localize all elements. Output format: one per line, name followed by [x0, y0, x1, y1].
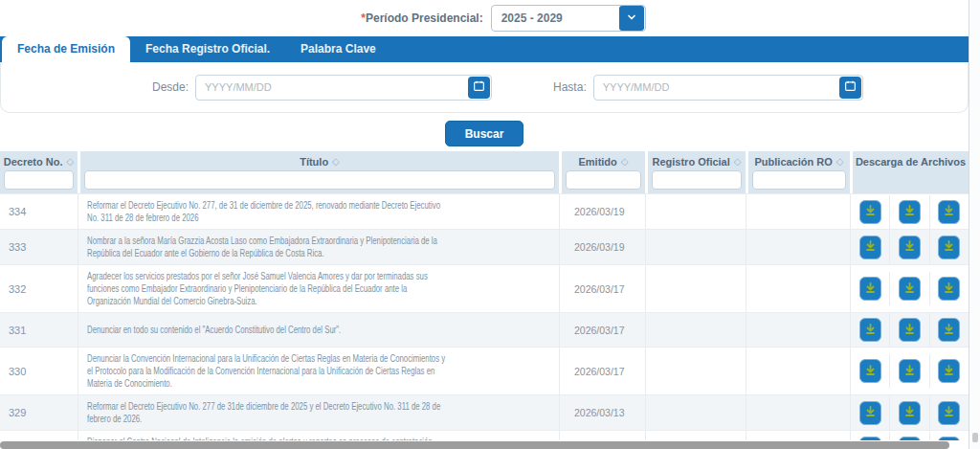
cell-titulo: Nombrar a la señora María Grazzia Acosta…	[78, 230, 559, 264]
download-file-button[interactable]	[859, 401, 881, 425]
column-label: Publicación RO	[755, 156, 833, 168]
results-table-header: Decreto No.◇Título◇Emitido◇Registro Ofic…	[0, 151, 969, 193]
download-icon	[903, 239, 916, 255]
download-slot	[851, 272, 889, 305]
column-header-decreto[interactable]: Decreto No.◇	[0, 151, 78, 193]
sort-diamond-icon[interactable]: ◇	[67, 156, 75, 167]
cell-titulo: Agradecer los servicios prestados por el…	[78, 265, 559, 312]
column-label: Emitido	[578, 156, 616, 168]
sort-diamond-icon[interactable]: ◇	[734, 156, 742, 167]
filter-input-registro[interactable]	[652, 170, 742, 190]
download-file-button[interactable]	[899, 236, 921, 259]
filter-input-titulo[interactable]	[84, 170, 555, 190]
download-file-button[interactable]	[938, 200, 960, 224]
decree-title-text: Denunciar la Convención Internacional pa…	[87, 352, 449, 390]
results-table-body: 334Reformar el Decreto Ejecutivo No. 277…	[0, 193, 969, 440]
cell-publicacion-ro	[746, 348, 850, 394]
download-file-button[interactable]	[938, 401, 960, 425]
tab-fecha-de-emisi-n[interactable]: Fecha de Emisión	[2, 36, 130, 62]
horizontal-scrollbar-thumb[interactable]	[0, 441, 949, 449]
period-select[interactable]: 2025 - 2029	[491, 5, 646, 32]
cell-publicacion-ro	[746, 431, 850, 440]
sort-diamond-icon[interactable]: ◇	[332, 156, 340, 167]
column-header-emitido[interactable]: Emitido◇	[559, 151, 645, 193]
download-file-button[interactable]	[899, 437, 921, 441]
desde-calendar-button[interactable]	[468, 77, 490, 99]
sort-diamond-icon[interactable]: ◇	[621, 156, 629, 167]
download-slot	[929, 313, 969, 347]
download-file-button[interactable]	[899, 318, 921, 342]
download-file-button[interactable]	[938, 318, 960, 342]
download-slot	[889, 354, 928, 388]
filter-input-emitido[interactable]	[566, 170, 641, 190]
table-row: 328Disponer al Centro Nacional de Inteli…	[0, 430, 969, 440]
download-icon	[943, 281, 955, 297]
download-file-button[interactable]	[899, 200, 921, 224]
cell-descarga-archivos	[850, 230, 969, 264]
tab-palabra-clave[interactable]: Palabra Clave	[285, 36, 391, 62]
cell-registro-oficial	[645, 431, 746, 440]
download-slot	[889, 231, 928, 264]
table-row: 329Reformar el Decreto Ejecutivo No. 277…	[0, 394, 969, 430]
download-icon	[943, 364, 955, 379]
download-icon	[864, 239, 877, 255]
download-icon	[864, 281, 877, 297]
period-select-button[interactable]	[619, 6, 644, 31]
download-file-button[interactable]	[859, 200, 881, 224]
cell-descarga-archivos	[850, 395, 969, 430]
download-slot	[889, 396, 928, 430]
download-file-button[interactable]	[859, 236, 881, 259]
download-file-button[interactable]	[859, 437, 881, 441]
sort-diamond-icon[interactable]: ◇	[836, 156, 844, 167]
hasta-calendar-button[interactable]	[839, 77, 861, 99]
hasta-field-wrap	[593, 75, 863, 101]
download-file-button[interactable]	[899, 401, 921, 425]
download-icon	[903, 323, 916, 338]
tab-fecha-registro-oficial[interactable]: Fecha Registro Oficial.	[130, 36, 285, 62]
download-slot	[851, 195, 889, 229]
download-icon	[864, 405, 877, 420]
download-slot	[929, 195, 969, 229]
buscar-button[interactable]: Buscar	[445, 121, 523, 146]
filter-input-decreto[interactable]	[4, 170, 74, 190]
download-file-button[interactable]	[859, 318, 881, 342]
cell-registro-oficial	[645, 348, 746, 394]
download-file-button[interactable]	[859, 359, 881, 383]
download-icon	[943, 323, 955, 338]
download-file-button[interactable]	[938, 277, 960, 301]
download-icon	[903, 364, 916, 379]
download-icon	[864, 323, 877, 338]
hasta-input[interactable]	[593, 75, 863, 101]
decree-title-text: Nombrar a la señora María Grazzia Acosta…	[87, 235, 449, 259]
download-file-button[interactable]	[938, 359, 960, 383]
filter-input-publicacion[interactable]	[752, 170, 846, 190]
calendar-icon	[844, 79, 857, 95]
column-header-publicacion[interactable]: Publicación RO◇	[746, 151, 850, 193]
download-slot	[851, 354, 889, 388]
download-file-button[interactable]	[859, 277, 881, 301]
download-file-button[interactable]	[938, 236, 960, 259]
column-header-registro[interactable]: Registro Oficial◇	[645, 151, 746, 193]
cell-descarga-archivos	[850, 194, 969, 229]
cell-titulo: Reformar el Decreto Ejecutivo No. 277 de…	[78, 395, 559, 430]
cell-descarga-archivos	[850, 431, 969, 440]
column-header-titulo[interactable]: Título◇	[78, 151, 559, 193]
cell-descarga-archivos	[850, 313, 969, 347]
period-bar: *Período Presidencial: 2025 - 2029	[0, 0, 969, 36]
cell-titulo: Denunciar en todo su contenido el "Acuer…	[78, 313, 559, 347]
download-slot	[889, 313, 928, 347]
download-file-button[interactable]	[938, 437, 960, 441]
table-row: 333Nombrar a la señora María Grazzia Aco…	[0, 229, 969, 264]
decree-title-text: Denunciar en todo su contenido el "Acuer…	[87, 324, 449, 336]
cell-registro-oficial	[645, 230, 746, 264]
cell-emitido-date: 2026/03/17	[559, 348, 645, 394]
vertical-scrollbar-thumb[interactable]	[972, 433, 978, 442]
download-file-button[interactable]	[899, 359, 921, 383]
download-file-button[interactable]	[899, 277, 921, 301]
desde-input[interactable]	[195, 75, 492, 101]
right-gutter	[969, 0, 980, 449]
cell-publicacion-ro	[746, 265, 850, 312]
download-slot	[889, 272, 928, 305]
download-slot	[851, 313, 889, 347]
cell-descarga-archivos	[850, 348, 969, 394]
